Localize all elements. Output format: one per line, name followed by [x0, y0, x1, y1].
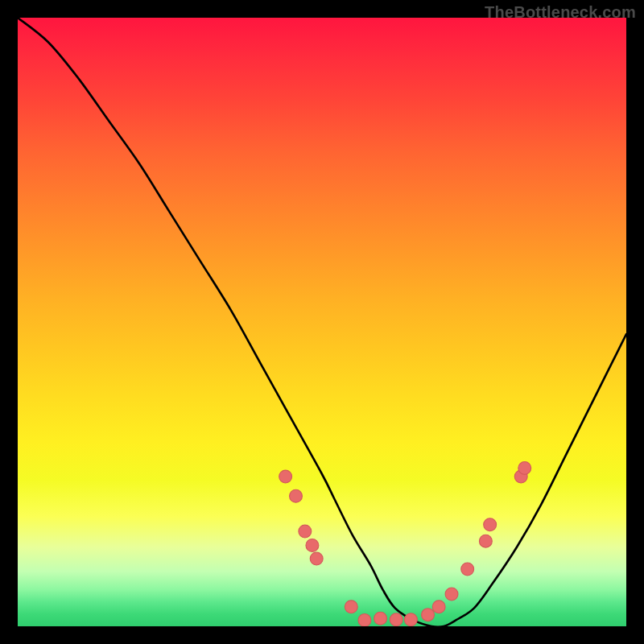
chart-frame: TheBottleneck.com	[0, 0, 644, 644]
data-point	[479, 535, 492, 547]
data-point	[404, 613, 417, 626]
data-point	[345, 601, 357, 613]
data-point	[279, 470, 292, 483]
data-point	[299, 525, 312, 538]
data-point	[290, 489, 303, 502]
data-point	[306, 539, 319, 552]
data-point	[518, 462, 531, 475]
data-point	[422, 609, 435, 621]
data-point	[432, 601, 445, 613]
data-point	[461, 563, 474, 576]
data-points-group	[279, 462, 531, 626]
data-point	[445, 588, 458, 601]
data-point	[484, 518, 497, 531]
chart-svg	[18, 18, 626, 626]
data-point	[358, 614, 371, 626]
bottleneck-curve	[18, 18, 626, 626]
watermark-text: TheBottleneck.com	[485, 3, 636, 22]
data-point	[310, 552, 323, 565]
data-point	[374, 612, 387, 625]
data-point	[390, 613, 402, 626]
